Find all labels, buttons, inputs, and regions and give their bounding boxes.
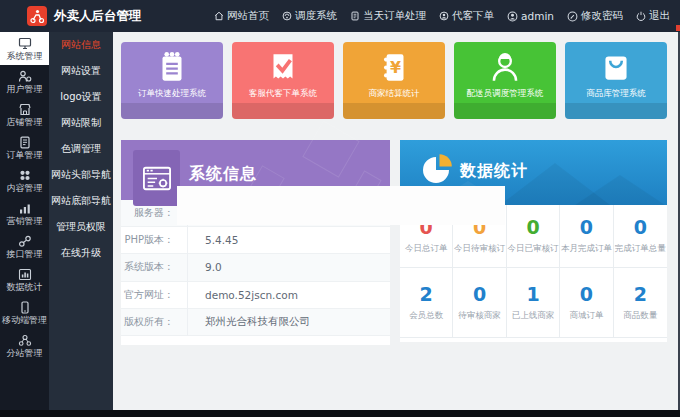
courier-icon	[486, 46, 524, 86]
data-stats-title: 数据统计	[460, 161, 528, 182]
info-row-copyright: 版权所有： 郑州光合科技有限公司	[121, 309, 390, 336]
info-value: 5.4.45	[187, 234, 238, 246]
user-icon	[507, 11, 518, 22]
sidebar-item-content[interactable]: 内容管理	[0, 164, 49, 197]
submenu-item-footer-nav[interactable]: 网站底部导航	[49, 188, 113, 214]
stat-value: 0	[634, 217, 647, 238]
tile-courier-dispatch[interactable]: 配送员调度管理系统	[454, 42, 556, 119]
stat-total-completed: 0 完成订单总量	[614, 205, 667, 268]
info-label: 官方网址：	[121, 288, 187, 302]
nav-today-orders[interactable]: 当天订单处理	[350, 9, 426, 23]
nav-label: admin	[521, 10, 554, 22]
stat-online-merchants: 1 已上线商家	[507, 268, 560, 338]
submenu-item-site-limit[interactable]: 网站限制	[49, 110, 113, 136]
info-row-official-site: 官方网址： demo.52jscn.com	[121, 282, 390, 309]
api-icon	[18, 235, 32, 248]
stat-label: 商城订单	[569, 310, 603, 322]
header-decoration	[302, 120, 359, 177]
info-value: demo.52jscn.com	[187, 289, 298, 301]
shop-icon	[18, 103, 32, 116]
nav-label: 调度系统	[295, 9, 337, 23]
nav-admin-account[interactable]: admin	[507, 10, 554, 22]
nav-logout[interactable]: 退出	[636, 9, 670, 23]
tile-label: 订单快速处理系统	[138, 88, 206, 100]
tile-band	[121, 103, 223, 119]
nav-label: 当天订单处理	[363, 9, 426, 23]
stat-value: 2	[420, 284, 433, 305]
notebook-yen-icon: ¥	[376, 46, 412, 86]
info-value: 9.0	[187, 261, 222, 273]
notepad-icon	[154, 46, 190, 86]
quick-tiles: 订单快速处理系统 客服代客下单系统 ¥ 商家结算统计	[121, 42, 667, 119]
sidebar-item-branch[interactable]: 分站管理	[0, 329, 49, 362]
stat-label: 完成订单总量	[615, 243, 666, 255]
home-icon	[214, 11, 224, 21]
scrollbar-marker	[676, 25, 680, 31]
document-icon	[350, 11, 360, 21]
stat-total-products: 2 商品数量	[614, 268, 667, 338]
stat-today-reviewed: 0 今日已审核订	[507, 205, 560, 268]
tile-band	[454, 103, 556, 119]
stat-value: 1	[526, 284, 539, 305]
tile-order-processing[interactable]: 订单快速处理系统	[121, 42, 223, 119]
sidebar-item-label: 数据统计	[7, 282, 43, 292]
tile-agent-ordering[interactable]: 客服代客下单系统	[232, 42, 334, 119]
mobile-icon	[18, 301, 32, 314]
sidebar-item-users[interactable]: 用户管理	[0, 65, 49, 98]
nav-label: 修改密码	[581, 9, 623, 23]
system-info-panel: 系统信息 服务器： PHP版本： 5.4.45 系统版本： 9.0 官方网址： …	[121, 140, 390, 345]
tile-product-library[interactable]: 商品库管理系统	[565, 42, 667, 119]
delivery-rider-icon	[29, 8, 45, 24]
stat-value: 0	[473, 284, 486, 305]
stat-total-members: 2 会员总数	[400, 268, 453, 338]
sidebar-item-label: 移动端管理	[2, 315, 47, 325]
info-value: 郑州光合科技有限公司	[187, 315, 310, 329]
stat-label: 本月完成订单	[561, 243, 612, 255]
nav-dispatch-system[interactable]: 调度系统	[282, 9, 337, 23]
submenu-item-color-management[interactable]: 色调管理	[49, 136, 113, 162]
info-row-php-version: PHP版本： 5.4.45	[121, 227, 390, 254]
stat-label: 待审核商家	[458, 310, 501, 322]
nav-site-home[interactable]: 网站首页	[214, 9, 269, 23]
headset-icon	[282, 11, 292, 21]
topbar: 外卖人后台管理 网站首页 调度系统 当天订单处理 代客下单 admin 修改密码	[0, 0, 680, 32]
sidebar-item-label: 用户管理	[7, 84, 43, 94]
sidebar-item-label: 内容管理	[7, 183, 43, 193]
stat-label: 今日总订单	[405, 243, 448, 255]
system-info-title: 系统信息	[189, 164, 257, 185]
sidebar-item-statistics[interactable]: 数据统计	[0, 263, 49, 296]
info-label: 系统版本：	[121, 260, 187, 274]
stat-value: 0	[580, 284, 593, 305]
sidebar-item-label: 店铺管理	[7, 117, 43, 127]
nav-place-order[interactable]: 代客下单	[439, 9, 494, 23]
stat-label: 商品数量	[623, 310, 657, 322]
power-icon	[636, 11, 646, 21]
sidebar-item-system[interactable]: 系统管理	[0, 32, 49, 65]
stats-icon	[18, 268, 32, 281]
sidebar-item-api[interactable]: 接口管理	[0, 230, 49, 263]
sidebar-item-shops[interactable]: 店铺管理	[0, 98, 49, 131]
stat-pending-merchants: 0 待审核商家	[453, 268, 506, 338]
sidebar-item-orders[interactable]: 订单管理	[0, 131, 49, 164]
tile-merchant-settlement[interactable]: ¥ 商家结算统计	[343, 42, 445, 119]
topnav: 网站首页 调度系统 当天订单处理 代客下单 admin 修改密码 退出	[214, 9, 678, 23]
submenu-item-site-info[interactable]: 网站信息	[49, 32, 113, 58]
submenu-item-online-upgrade[interactable]: 在线升级	[49, 240, 113, 266]
sidebar-item-marketing[interactable]: 营销管理	[0, 197, 49, 230]
system-window-icon	[141, 164, 173, 192]
receipt-check-icon	[265, 46, 301, 86]
nav-change-password[interactable]: 修改密码	[567, 9, 623, 23]
tile-label: 客服代客下单系统	[249, 88, 317, 100]
user-gear-icon	[18, 70, 32, 83]
data-stats-panel: 数据统计 0 今日总订单 0 今日待审核订 0 今日已审核订 0 本月完成订单 …	[400, 140, 667, 342]
submenu-item-logo-settings[interactable]: logo设置	[49, 84, 113, 110]
sidebar-item-mobile[interactable]: 移动端管理	[0, 296, 49, 329]
monitor-icon	[18, 37, 32, 50]
submenu-item-header-nav[interactable]: 网站头部导航	[49, 162, 113, 188]
window-bottom-edge	[0, 410, 680, 417]
sidebar-item-label: 接口管理	[7, 249, 43, 259]
submenu-item-site-settings[interactable]: 网站设置	[49, 58, 113, 84]
sidebar-item-label: 订单管理	[7, 150, 43, 160]
primary-sidebar: 系统管理 用户管理 店铺管理 订单管理 内容管理 营销管理 接口管理 数据统计 …	[0, 32, 49, 410]
submenu-item-admin-rights[interactable]: 管理员权限	[49, 214, 113, 240]
